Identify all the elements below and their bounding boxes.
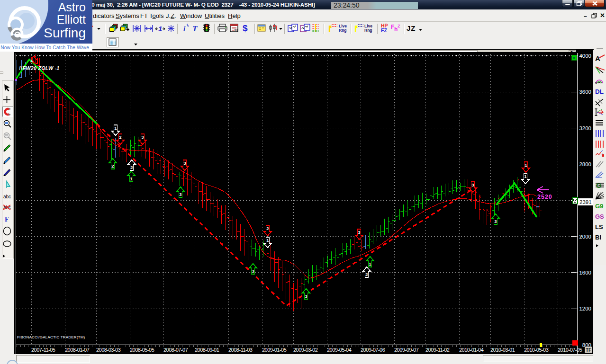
- svg-text:i: i: [183, 25, 186, 33]
- svg-text:Z: Z: [398, 24, 400, 28]
- svg-text:3: 3: [252, 268, 254, 274]
- svg-text:2009-09-07: 2009-09-07: [394, 347, 419, 353]
- svg-text:2: 2: [130, 165, 133, 170]
- svg-text:2000: 2000: [579, 234, 591, 240]
- svg-text:3: 3: [471, 182, 474, 187]
- svg-text:T: T: [192, 24, 198, 33]
- svg-text:2: 2: [119, 134, 121, 140]
- svg-text:1: 1: [114, 125, 117, 131]
- svg-text:2008-07-07: 2008-07-07: [163, 347, 188, 353]
- svg-text:4000: 4000: [579, 53, 591, 59]
- svg-text:$: $: [243, 23, 248, 33]
- svg-text:2010-01-04: 2010-01-04: [459, 347, 484, 353]
- svg-text:2391: 2391: [579, 199, 592, 205]
- svg-text:2800: 2800: [579, 161, 591, 167]
- svg-text:2007-11-05: 2007-11-05: [31, 347, 55, 353]
- svg-text:2: 2: [111, 163, 114, 169]
- svg-text:G9: G9: [595, 203, 603, 210]
- svg-text:JZ: JZ: [407, 24, 416, 32]
- svg-text:Bi: Bi: [595, 234, 601, 241]
- svg-text:GS: GS: [595, 213, 604, 220]
- svg-text:FIBONACCI/GALACTIC TRADER(TM): FIBONACCI/GALACTIC TRADER(TM): [17, 335, 85, 339]
- svg-text:1200: 1200: [579, 306, 591, 311]
- svg-text:1: 1: [525, 162, 527, 168]
- svg-text:3600: 3600: [579, 89, 591, 95]
- svg-text:F: F: [5, 216, 9, 223]
- svg-text:abc: abc: [3, 194, 11, 199]
- svg-text:2008-11-03: 2008-11-03: [228, 347, 253, 353]
- svg-text:2: 2: [365, 272, 368, 277]
- svg-text:2010-03-01: 2010-03-01: [490, 347, 515, 353]
- svg-text:2008-03-03: 2008-03-03: [96, 347, 121, 353]
- svg-text:1: 1: [158, 25, 162, 33]
- svg-text:2009-03-02: 2009-03-02: [293, 347, 318, 353]
- svg-text:2520: 2520: [537, 194, 552, 200]
- svg-text:LS: LS: [595, 223, 603, 231]
- svg-text:3: 3: [358, 230, 360, 235]
- svg-text:1: 1: [524, 174, 527, 179]
- svg-text:2009-07-06: 2009-07-06: [361, 347, 385, 353]
- svg-text:2008-01-07: 2008-01-07: [65, 347, 90, 353]
- svg-text:A: A: [595, 54, 600, 62]
- svg-text:3: 3: [494, 219, 497, 224]
- svg-text:DL: DL: [595, 88, 604, 95]
- svg-text:TF: TF: [586, 347, 591, 353]
- svg-text:Rng: Rng: [364, 28, 372, 33]
- svg-text:2010-07-05: 2010-07-05: [558, 347, 582, 353]
- svg-text:FZ: FZ: [381, 27, 387, 33]
- svg-text:2010-05-03: 2010-05-03: [524, 347, 549, 353]
- svg-text:1: 1: [266, 238, 269, 243]
- svg-text:2008-05-05: 2008-05-05: [130, 347, 154, 353]
- svg-text:2009-01-05: 2009-01-05: [262, 347, 287, 353]
- svg-text:2009-11-02: 2009-11-02: [425, 347, 450, 353]
- svg-text:1600: 1600: [579, 270, 591, 275]
- svg-text:3200: 3200: [579, 125, 591, 131]
- svg-text:12: 12: [234, 28, 238, 32]
- svg-text:2009-05-04: 2009-05-04: [327, 347, 352, 353]
- svg-text:3: 3: [305, 293, 307, 299]
- svg-text:3: 3: [179, 192, 181, 197]
- svg-text:2008-09-01: 2008-09-01: [195, 347, 219, 353]
- svg-text:3: 3: [183, 160, 186, 166]
- svg-text:1: 1: [130, 176, 133, 181]
- svg-text:2: 2: [266, 226, 269, 231]
- svg-text:!!FW20 ZOLW -1: !!FW20 ZOLW -1: [19, 65, 60, 71]
- svg-text:1: 1: [369, 261, 371, 266]
- svg-text:3: 3: [141, 134, 144, 140]
- svg-text:Rng: Rng: [339, 28, 347, 33]
